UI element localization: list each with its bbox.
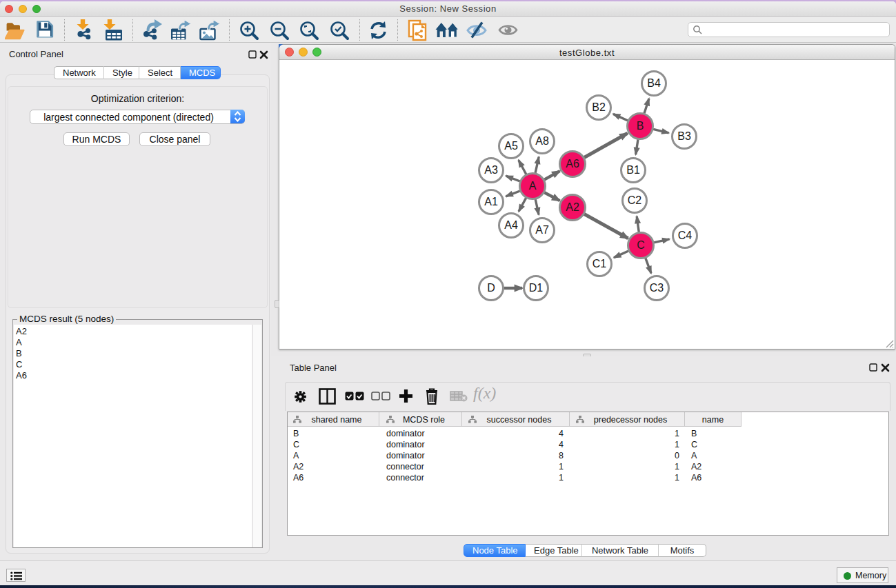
svg-text:A1: A1 — [484, 196, 498, 207]
svg-text:A6: A6 — [566, 158, 579, 170]
svg-text:B: B — [637, 120, 644, 132]
svg-text:C: C — [637, 239, 645, 251]
svg-text:C4: C4 — [678, 230, 693, 241]
svg-text:A8: A8 — [535, 135, 549, 147]
svg-text:D1: D1 — [529, 282, 544, 294]
svg-text:A3: A3 — [484, 164, 498, 176]
svg-text:A2: A2 — [566, 201, 579, 213]
svg-text:A5: A5 — [504, 140, 518, 152]
svg-text:B2: B2 — [592, 101, 606, 113]
svg-text:D: D — [487, 282, 495, 294]
svg-text:A4: A4 — [504, 219, 518, 231]
svg-text:B4: B4 — [647, 77, 661, 89]
svg-text:C1: C1 — [593, 258, 607, 270]
svg-text:C3: C3 — [650, 282, 664, 294]
svg-text:A: A — [529, 180, 537, 192]
svg-text:B3: B3 — [677, 130, 691, 142]
svg-text:A7: A7 — [535, 224, 549, 236]
svg-text:C2: C2 — [628, 194, 642, 206]
svg-text:B1: B1 — [626, 164, 640, 176]
